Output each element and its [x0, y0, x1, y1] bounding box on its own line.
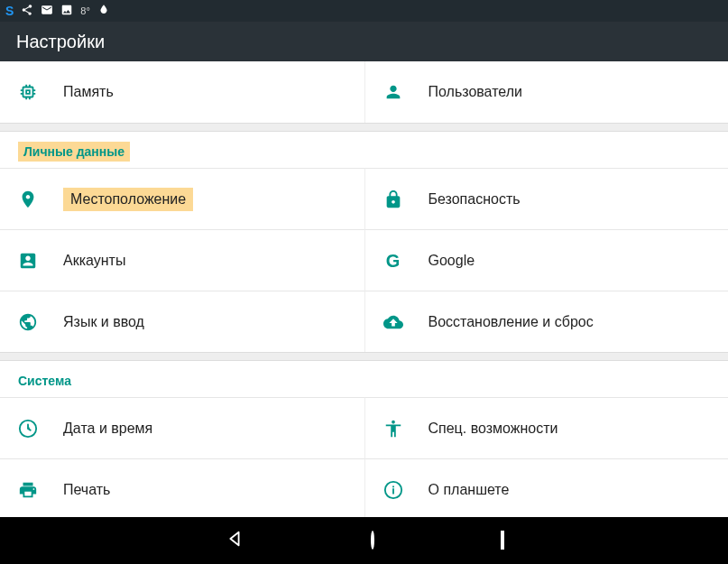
item-accessibility[interactable]: Спец. возможности: [364, 397, 729, 458]
location-icon: [18, 190, 38, 209]
item-language[interactable]: Язык и ввод: [0, 291, 364, 352]
nav-back[interactable]: [225, 529, 244, 552]
accessibility-icon: [383, 419, 403, 439]
section-gap: [0, 123, 728, 132]
item-label: Аккаунты: [63, 253, 125, 269]
clock-icon: [18, 419, 38, 439]
item-print[interactable]: Печать: [0, 458, 364, 517]
app-bar: Настройки: [0, 22, 728, 61]
item-label: Спец. возможности: [429, 421, 558, 437]
item-label: Печать: [63, 482, 110, 498]
item-label: Пользователи: [429, 84, 522, 100]
image-icon: [60, 4, 73, 19]
nav-home[interactable]: [371, 532, 374, 549]
page-title: Настройки: [16, 32, 105, 52]
print-icon: [18, 480, 38, 500]
item-label: Память: [63, 84, 114, 100]
nav-bar: [0, 517, 728, 564]
status-bar: S 8°: [0, 0, 728, 22]
item-label: Безопасность: [429, 191, 521, 208]
google-icon: G: [383, 251, 403, 271]
settings-content: Память Пользователи Личные данные Местоп…: [0, 61, 728, 517]
item-label: О планшете: [429, 482, 510, 498]
share-icon: [21, 4, 33, 19]
section-header-system: Система: [0, 361, 728, 397]
section-gap: [0, 352, 728, 361]
info-icon: [383, 480, 403, 500]
item-security[interactable]: Безопасность: [364, 168, 729, 229]
item-google[interactable]: G Google: [364, 229, 729, 291]
item-users[interactable]: Пользователи: [364, 61, 729, 123]
app-icon: S: [5, 4, 14, 18]
item-datetime[interactable]: Дата и время: [0, 397, 364, 458]
cloud-upload-icon: [383, 312, 403, 332]
mail-icon: [41, 4, 53, 19]
item-label: Местоположение: [63, 188, 193, 211]
person-icon: [383, 82, 403, 102]
lock-icon: [383, 190, 403, 209]
item-backup[interactable]: Восстановление и сброс: [364, 291, 729, 352]
item-about[interactable]: О планшете: [364, 458, 729, 517]
status-temp: 8°: [80, 5, 90, 16]
globe-icon: [18, 312, 38, 332]
item-label: Дата и время: [63, 421, 152, 437]
section-header-personal: Личные данные: [0, 132, 728, 168]
item-memory[interactable]: Память: [0, 61, 364, 123]
weather-icon: [97, 4, 110, 19]
memory-icon: [18, 82, 38, 102]
nav-recent[interactable]: [501, 532, 504, 549]
account-icon: [18, 251, 38, 271]
item-location[interactable]: Местоположение: [0, 168, 364, 229]
item-label: Восстановление и сброс: [429, 314, 594, 330]
item-label: Язык и ввод: [63, 314, 144, 330]
item-accounts[interactable]: Аккаунты: [0, 229, 364, 291]
item-label: Google: [429, 253, 475, 269]
